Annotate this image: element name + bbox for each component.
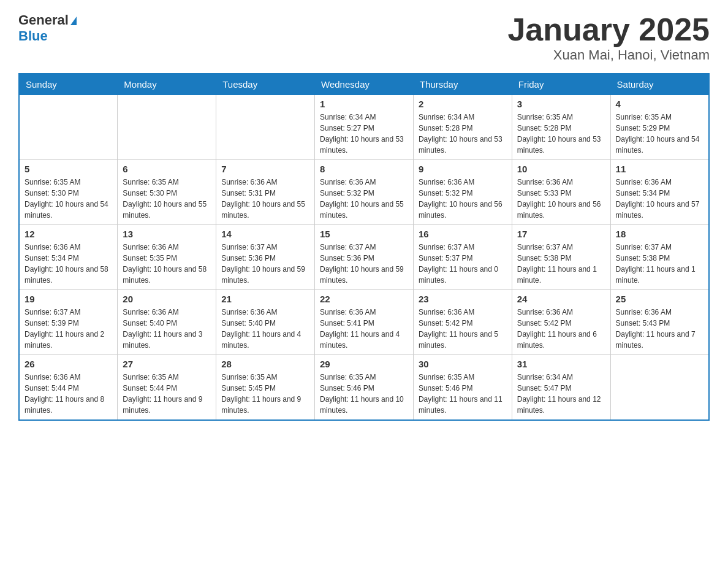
calendar-cell: 28Sunrise: 6:35 AM Sunset: 5:45 PM Dayli… [216,355,315,421]
calendar-cell [19,95,118,160]
day-info: Sunrise: 6:37 AM Sunset: 5:38 PM Dayligh… [517,242,605,286]
day-info: Sunrise: 6:35 AM Sunset: 5:30 PM Dayligh… [25,177,112,221]
day-info: Sunrise: 6:34 AM Sunset: 5:27 PM Dayligh… [320,112,408,156]
day-info: Sunrise: 6:36 AM Sunset: 5:34 PM Dayligh… [25,242,112,286]
calendar-title: January 2025 [507,12,710,47]
day-header-wednesday: Wednesday [315,74,414,95]
calendar-cell: 20Sunrise: 6:36 AM Sunset: 5:40 PM Dayli… [118,290,216,355]
day-info: Sunrise: 6:37 AM Sunset: 5:38 PM Dayligh… [616,242,703,286]
day-info: Sunrise: 6:34 AM Sunset: 5:28 PM Dayligh… [419,112,507,156]
day-number: 25 [616,294,703,304]
calendar-week-row: 26Sunrise: 6:36 AM Sunset: 5:44 PM Dayli… [19,355,709,421]
day-number: 23 [419,294,507,304]
calendar-header-row: SundayMondayTuesdayWednesdayThursdayFrid… [19,74,709,95]
day-header-monday: Monday [118,74,216,95]
calendar-cell: 12Sunrise: 6:36 AM Sunset: 5:34 PM Dayli… [19,225,118,290]
calendar-week-row: 19Sunrise: 6:37 AM Sunset: 5:39 PM Dayli… [19,290,709,355]
logo: General Blue [18,12,77,45]
day-info: Sunrise: 6:35 AM Sunset: 5:46 PM Dayligh… [320,372,408,416]
title-block: January 2025 Xuan Mai, Hanoi, Vietnam [507,12,710,63]
calendar-cell: 25Sunrise: 6:36 AM Sunset: 5:43 PM Dayli… [610,290,709,355]
logo-general-text: General [18,12,69,28]
calendar-cell: 5Sunrise: 6:35 AM Sunset: 5:30 PM Daylig… [19,160,118,225]
calendar-cell: 29Sunrise: 6:35 AM Sunset: 5:46 PM Dayli… [315,355,414,421]
calendar-week-row: 5Sunrise: 6:35 AM Sunset: 5:30 PM Daylig… [19,160,709,225]
day-number: 7 [221,164,309,174]
day-number: 6 [123,164,211,174]
calendar-cell: 16Sunrise: 6:37 AM Sunset: 5:37 PM Dayli… [413,225,512,290]
calendar-cell: 7Sunrise: 6:36 AM Sunset: 5:31 PM Daylig… [216,160,315,225]
day-number: 19 [25,294,112,304]
day-info: Sunrise: 6:36 AM Sunset: 5:40 PM Dayligh… [221,307,309,351]
day-info: Sunrise: 6:34 AM Sunset: 5:47 PM Dayligh… [517,372,605,416]
day-info: Sunrise: 6:36 AM Sunset: 5:43 PM Dayligh… [616,307,703,351]
day-info: Sunrise: 6:36 AM Sunset: 5:31 PM Dayligh… [221,177,309,221]
day-number: 30 [419,359,507,369]
calendar-cell: 31Sunrise: 6:34 AM Sunset: 5:47 PM Dayli… [512,355,610,421]
day-number: 11 [616,164,703,174]
day-header-tuesday: Tuesday [216,74,315,95]
day-info: Sunrise: 6:35 AM Sunset: 5:28 PM Dayligh… [517,112,605,156]
calendar-cell: 2Sunrise: 6:34 AM Sunset: 5:28 PM Daylig… [413,95,512,160]
calendar-cell: 8Sunrise: 6:36 AM Sunset: 5:32 PM Daylig… [315,160,414,225]
calendar-cell: 9Sunrise: 6:36 AM Sunset: 5:32 PM Daylig… [413,160,512,225]
day-info: Sunrise: 6:36 AM Sunset: 5:35 PM Dayligh… [123,242,211,286]
calendar-cell [216,95,315,160]
calendar-subtitle: Xuan Mai, Hanoi, Vietnam [507,47,710,63]
calendar-cell: 24Sunrise: 6:36 AM Sunset: 5:42 PM Dayli… [512,290,610,355]
calendar-cell: 21Sunrise: 6:36 AM Sunset: 5:40 PM Dayli… [216,290,315,355]
day-info: Sunrise: 6:35 AM Sunset: 5:44 PM Dayligh… [123,372,211,416]
day-info: Sunrise: 6:35 AM Sunset: 5:30 PM Dayligh… [123,177,211,221]
calendar-cell: 3Sunrise: 6:35 AM Sunset: 5:28 PM Daylig… [512,95,610,160]
logo-triangle-icon [70,17,77,25]
day-header-sunday: Sunday [19,74,118,95]
calendar-cell: 1Sunrise: 6:34 AM Sunset: 5:27 PM Daylig… [315,95,414,160]
day-number: 27 [123,359,211,369]
day-info: Sunrise: 6:36 AM Sunset: 5:32 PM Dayligh… [320,177,408,221]
calendar-cell: 22Sunrise: 6:36 AM Sunset: 5:41 PM Dayli… [315,290,414,355]
calendar-cell: 15Sunrise: 6:37 AM Sunset: 5:36 PM Dayli… [315,225,414,290]
calendar-cell: 26Sunrise: 6:36 AM Sunset: 5:44 PM Dayli… [19,355,118,421]
day-info: Sunrise: 6:36 AM Sunset: 5:34 PM Dayligh… [616,177,703,221]
day-info: Sunrise: 6:36 AM Sunset: 5:32 PM Dayligh… [419,177,507,221]
day-number: 28 [221,359,309,369]
day-number: 3 [517,99,605,109]
calendar-cell: 30Sunrise: 6:35 AM Sunset: 5:46 PM Dayli… [413,355,512,421]
day-info: Sunrise: 6:37 AM Sunset: 5:37 PM Dayligh… [419,242,507,286]
day-number: 24 [517,294,605,304]
calendar-cell: 27Sunrise: 6:35 AM Sunset: 5:44 PM Dayli… [118,355,216,421]
day-number: 1 [320,99,408,109]
calendar-cell: 4Sunrise: 6:35 AM Sunset: 5:29 PM Daylig… [610,95,709,160]
day-number: 18 [616,229,703,239]
day-info: Sunrise: 6:36 AM Sunset: 5:44 PM Dayligh… [25,372,112,416]
day-info: Sunrise: 6:37 AM Sunset: 5:36 PM Dayligh… [221,242,309,286]
day-info: Sunrise: 6:36 AM Sunset: 5:41 PM Dayligh… [320,307,408,351]
day-header-thursday: Thursday [413,74,512,95]
calendar-cell: 23Sunrise: 6:36 AM Sunset: 5:42 PM Dayli… [413,290,512,355]
calendar-week-row: 12Sunrise: 6:36 AM Sunset: 5:34 PM Dayli… [19,225,709,290]
day-number: 16 [419,229,507,239]
day-number: 29 [320,359,408,369]
day-info: Sunrise: 6:35 AM Sunset: 5:46 PM Dayligh… [419,372,507,416]
day-number: 4 [616,99,703,109]
day-info: Sunrise: 6:36 AM Sunset: 5:42 PM Dayligh… [419,307,507,351]
day-info: Sunrise: 6:35 AM Sunset: 5:29 PM Dayligh… [616,112,703,156]
day-number: 26 [25,359,112,369]
day-info: Sunrise: 6:36 AM Sunset: 5:42 PM Dayligh… [517,307,605,351]
day-header-friday: Friday [512,74,610,95]
day-number: 13 [123,229,211,239]
day-number: 5 [25,164,112,174]
day-info: Sunrise: 6:36 AM Sunset: 5:33 PM Dayligh… [517,177,605,221]
day-number: 22 [320,294,408,304]
day-info: Sunrise: 6:37 AM Sunset: 5:36 PM Dayligh… [320,242,408,286]
day-number: 10 [517,164,605,174]
calendar-cell [610,355,709,421]
calendar-cell [118,95,216,160]
day-number: 20 [123,294,211,304]
day-number: 31 [517,359,605,369]
calendar-table: SundayMondayTuesdayWednesdayThursdayFrid… [18,73,710,421]
calendar-cell: 10Sunrise: 6:36 AM Sunset: 5:33 PM Dayli… [512,160,610,225]
day-number: 9 [419,164,507,174]
logo-blue-text: Blue [18,28,77,44]
day-number: 12 [25,229,112,239]
